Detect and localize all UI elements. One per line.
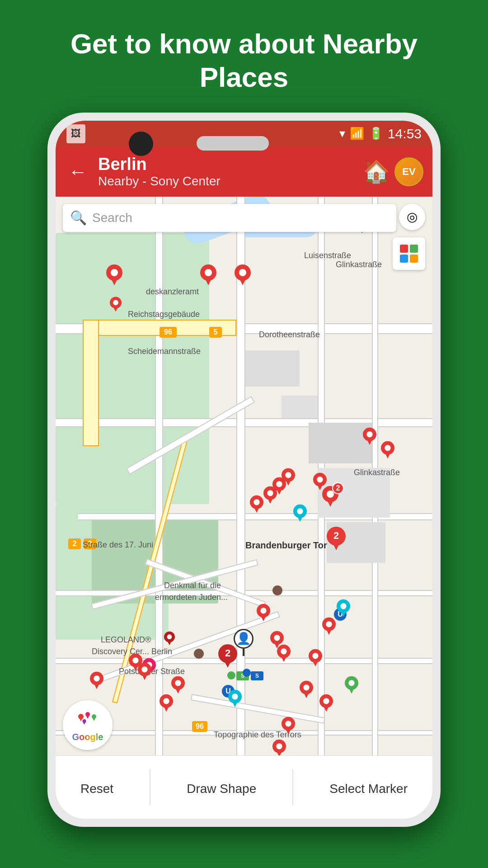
marker-16[interactable] — [319, 694, 333, 712]
marker-17[interactable] — [282, 717, 295, 735]
search-bar[interactable]: 🔍 Search — [63, 204, 396, 232]
google-text: Google — [72, 732, 103, 742]
svg-point-55 — [274, 635, 280, 641]
divider-2 — [292, 769, 293, 805]
map-label-brandenburger: Brandenburger Tor — [245, 540, 327, 551]
marker-tr-2[interactable] — [381, 441, 394, 459]
svg-marker-17 — [253, 507, 259, 513]
marker-dark-1[interactable] — [164, 631, 175, 646]
svg-marker-122 — [93, 718, 95, 721]
svg-marker-35 — [340, 611, 346, 617]
marker-2[interactable] — [200, 264, 216, 285]
marker-8[interactable] — [272, 477, 286, 495]
svg-marker-120 — [86, 716, 89, 719]
signal-icon: 📶 — [350, 127, 364, 141]
poi-dot-2 — [194, 649, 204, 659]
app-bar: ← Berlin Nearby - Sony Center 🏠 EV — [56, 147, 432, 197]
svg-marker-14 — [327, 500, 334, 507]
svg-text:2: 2 — [333, 530, 339, 541]
svg-marker-2 — [111, 278, 118, 285]
marker-13[interactable] — [277, 644, 291, 662]
marker-cyan-3[interactable] — [228, 689, 242, 708]
svg-point-119 — [85, 712, 90, 717]
marker-19[interactable] — [160, 694, 173, 712]
svg-point-123 — [83, 719, 86, 723]
marker-tr-1[interactable] — [363, 427, 376, 445]
svg-point-40 — [348, 680, 354, 686]
marker-9[interactable] — [313, 472, 327, 491]
svg-marker-32 — [297, 516, 303, 522]
svg-point-64 — [303, 684, 309, 690]
svg-point-58 — [281, 648, 286, 654]
svg-text:2: 2 — [225, 647, 230, 659]
svg-point-109 — [94, 675, 99, 681]
svg-marker-41 — [348, 688, 354, 693]
layers-button[interactable] — [393, 237, 425, 270]
wifi-icon: ▾ — [339, 127, 345, 141]
draw-shape-button[interactable]: Draw Shape — [173, 774, 270, 801]
svg-marker-47 — [224, 660, 231, 668]
svg-point-100 — [385, 445, 390, 451]
marker-left-3[interactable] — [90, 671, 103, 689]
marker-3[interactable] — [235, 264, 251, 285]
marker-cluster-2[interactable]: 2 — [218, 644, 237, 670]
svg-point-1 — [111, 269, 118, 276]
marker-11[interactable] — [322, 617, 336, 635]
ev-badge[interactable]: EV — [394, 157, 423, 186]
marker-20[interactable] — [272, 739, 286, 755]
svg-point-4 — [205, 269, 212, 276]
marker-cluster-3[interactable]: 2 — [327, 527, 346, 552]
svg-marker-80 — [276, 751, 282, 755]
svg-marker-77 — [163, 706, 169, 712]
svg-point-37 — [232, 693, 238, 699]
svg-marker-74 — [175, 688, 181, 693]
svg-marker-59 — [281, 656, 286, 662]
battery-icon: 🔋 — [369, 127, 383, 141]
map-label-luisen: Luisenstraße — [304, 251, 351, 260]
google-logo[interactable]: Google — [63, 700, 113, 750]
back-button[interactable]: ← — [65, 157, 91, 186]
home-button[interactable]: 🏠 — [363, 159, 390, 184]
svg-point-61 — [312, 653, 318, 659]
marker-18[interactable] — [171, 676, 185, 694]
marker-5[interactable] — [250, 495, 263, 513]
reset-button[interactable]: Reset — [67, 774, 127, 801]
svg-marker-11 — [113, 307, 118, 312]
highway-2 — [83, 320, 99, 446]
svg-marker-20 — [267, 498, 273, 504]
select-marker-button[interactable]: Select Marker — [316, 774, 421, 801]
svg-point-52 — [326, 621, 332, 627]
building-1 — [245, 350, 300, 387]
marker-14[interactable] — [309, 649, 322, 667]
marker-4[interactable] — [110, 296, 122, 312]
marker-15[interactable] — [300, 680, 313, 698]
svg-marker-95 — [333, 543, 340, 550]
svg-point-115 — [167, 634, 172, 639]
map-label-denkmal: Denkmal für die — [164, 581, 221, 590]
bottom-toolbar: Reset Draw Shape Select Marker — [56, 755, 432, 819]
svg-marker-62 — [312, 660, 318, 666]
svg-marker-118 — [80, 718, 82, 722]
map-label-legoland: LEGOLAND® — [101, 635, 151, 645]
draw-shape-label: Draw Shape — [187, 782, 256, 796]
marker-cyan-1[interactable] — [293, 504, 307, 522]
marker-cyan-2[interactable] — [337, 599, 350, 617]
status-time: 14:53 — [388, 126, 422, 142]
location-button[interactable]: ◎ — [399, 204, 425, 230]
map-label-dorotheenstr: Dorotheenstraße — [259, 330, 320, 340]
map-label-scheidemann: Scheidemannstraße — [128, 347, 201, 356]
map-area[interactable]: 96 5 2 2 96 1 Luisenstraße Tränenpalas d… — [56, 197, 432, 755]
marker-1[interactable] — [106, 264, 122, 285]
svg-point-31 — [297, 508, 303, 514]
marker-left-2[interactable] — [138, 662, 151, 680]
svg-marker-68 — [323, 706, 329, 712]
map-label-denkmal-2: ermordeten Juden... — [155, 593, 228, 602]
svg-point-79 — [276, 743, 282, 749]
svg-point-25 — [276, 481, 282, 487]
marker-green-1[interactable] — [345, 676, 358, 694]
phone-speaker — [197, 136, 269, 151]
marker-10[interactable] — [257, 604, 270, 622]
svg-point-22 — [285, 472, 291, 478]
svg-marker-65 — [303, 692, 309, 698]
map-label-reichstag-2: Reichstagsgebäude — [128, 310, 200, 319]
